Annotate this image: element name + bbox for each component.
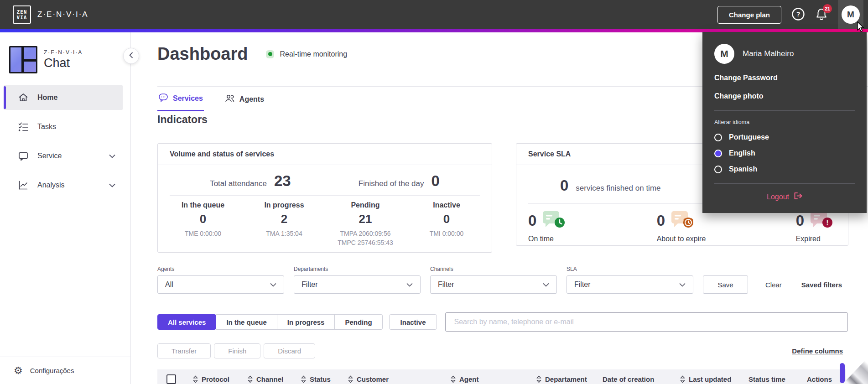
save-filter-button[interactable]: Save <box>703 275 748 294</box>
chevron-down-icon <box>109 152 115 160</box>
column-agent[interactable]: Agent <box>451 375 536 383</box>
corner-fold-accent <box>840 363 845 383</box>
menu-divider <box>714 183 855 184</box>
status-tab-in-progress[interactable]: In progress <box>277 314 335 330</box>
tab-agents[interactable]: Agents <box>223 90 265 111</box>
stat-inactive: Inactive 0 TMI 0:00:00 <box>406 201 487 247</box>
radio-unchecked-icon[interactable] <box>714 134 722 141</box>
change-photo-item[interactable]: Change photo <box>714 92 855 100</box>
sla-summary-label: services finished on time <box>576 184 660 193</box>
channels-filter-label: Channels <box>430 266 557 272</box>
column-departament[interactable]: Departament <box>536 375 603 383</box>
transfer-button[interactable]: Transfer <box>157 343 211 358</box>
sort-icon[interactable] <box>193 375 198 383</box>
radio-unchecked-icon[interactable] <box>714 166 722 173</box>
chat-logo: Z·E·N·V·I·A Chat <box>9 46 130 73</box>
status-tab-all-services[interactable]: All services <box>157 314 216 330</box>
sort-icon[interactable] <box>536 375 541 383</box>
sort-icon[interactable] <box>301 375 306 383</box>
sla-filter-label: SLA <box>567 266 693 272</box>
sidebar-item-label: Home <box>37 93 57 102</box>
sla-summary-value: 0 <box>560 177 568 194</box>
chat-bubble-icon <box>17 150 29 162</box>
finished-of-day-value: 0 <box>431 172 440 190</box>
saved-filters-link[interactable]: Saved filters <box>801 281 842 289</box>
user-profile-row: M Maria Malheiro <box>714 44 855 64</box>
departaments-filter-select[interactable]: Filter <box>294 275 421 294</box>
define-columns-link[interactable]: Define columns <box>792 347 843 355</box>
sidebar-item-label: Analysis <box>37 181 65 189</box>
user-name: Maria Malheiro <box>743 49 794 58</box>
sla-filter-select[interactable]: Filter <box>567 275 693 294</box>
column-channel[interactable]: Channel <box>248 375 301 383</box>
indicators-heading: Indicators <box>157 114 208 126</box>
language-option-english[interactable]: English <box>714 149 855 157</box>
agents-people-icon <box>224 93 235 105</box>
stat-expired: 0 ! Expired <box>796 210 834 243</box>
tasks-icon <box>17 121 29 133</box>
menu-divider <box>714 110 855 111</box>
sort-icon[interactable] <box>451 375 456 383</box>
column-last-updated[interactable]: Last updated <box>680 375 748 383</box>
column-date-of-creation[interactable]: Date of creation <box>603 375 680 383</box>
search-input[interactable] <box>445 312 848 332</box>
channels-filter-select[interactable]: Filter <box>430 275 557 294</box>
help-button[interactable]: ? <box>791 7 805 22</box>
agents-filter-select[interactable]: All <box>157 275 284 294</box>
sort-icon[interactable] <box>680 375 685 383</box>
sidebar-item-settings[interactable]: ⚙ Configurações <box>0 357 130 384</box>
realtime-status-label: Real-time monitoring <box>280 50 347 58</box>
sort-icon[interactable] <box>248 375 253 383</box>
services-toolbar: All services In the queue In progress Pe… <box>157 312 848 332</box>
discard-button[interactable]: Discard <box>264 343 315 358</box>
page-corner-fold[interactable] <box>840 358 868 384</box>
stat-pending: Pending 21 TMPA 2060:09:56TMPC 25746:55:… <box>325 201 406 247</box>
status-filter-group: All services In the queue In progress Pe… <box>157 314 383 330</box>
expire-alarm-icon <box>670 210 695 231</box>
ontime-clock-icon <box>541 210 567 231</box>
analysis-chart-icon <box>17 179 29 191</box>
services-chat-icon <box>158 93 168 104</box>
tab-services[interactable]: Services <box>157 90 204 111</box>
stat-in-progress: In progress 2 TMA 1:35:04 <box>244 201 325 247</box>
help-icon: ? <box>791 7 805 22</box>
logout-icon <box>794 192 802 202</box>
language-option-portuguese[interactable]: Portuguese <box>714 133 855 141</box>
status-tab-pending[interactable]: Pending <box>335 314 382 330</box>
stat-about-to-expire: 0 About to expire <box>657 210 706 243</box>
sidebar-item-tasks[interactable]: Tasks <box>4 114 123 139</box>
finished-of-day-label: Finished of the day <box>359 179 424 188</box>
radio-checked-icon[interactable] <box>714 150 722 157</box>
column-protocol[interactable]: Protocol <box>193 375 248 383</box>
clear-filters-link[interactable]: Clear <box>765 281 782 289</box>
home-icon <box>17 92 29 104</box>
sidebar-item-analysis[interactable]: Analysis <box>4 173 123 197</box>
user-avatar-button[interactable]: M <box>838 0 863 29</box>
total-attendance-value: 23 <box>274 172 291 190</box>
collapse-sidebar-button[interactable] <box>123 48 139 64</box>
column-status-time: Status time <box>748 375 807 383</box>
finish-button[interactable]: Finish <box>214 343 260 358</box>
user-profile-menu: M Maria Malheiro Change Password Change … <box>702 32 867 213</box>
chevron-down-icon <box>406 280 413 289</box>
sort-icon[interactable] <box>348 375 353 383</box>
notifications-button[interactable]: 21 <box>815 7 828 22</box>
language-section-label: Alterar idioma <box>714 119 855 125</box>
chat-logo-icon <box>9 46 37 73</box>
status-tab-inactive[interactable]: Inactive <box>389 314 437 330</box>
column-status[interactable]: Status <box>301 375 348 383</box>
volume-status-card: Volume and status of services Total atte… <box>157 143 492 253</box>
services-table-header: Protocol Channel Status Customer Agent D… <box>157 369 846 384</box>
sidebar-item-service[interactable]: Service <box>4 144 123 168</box>
change-password-item[interactable]: Change Password <box>714 74 855 82</box>
select-all-checkbox[interactable] <box>166 374 176 384</box>
status-tab-in-the-queue[interactable]: In the queue <box>216 314 277 330</box>
avatar: M <box>714 44 734 64</box>
column-customer[interactable]: Customer <box>348 375 451 383</box>
active-indicator-bar <box>4 86 6 109</box>
change-plan-button[interactable]: Change plan <box>717 6 781 24</box>
language-option-spanish[interactable]: Spanish <box>714 165 855 173</box>
dashboard-tabs: Services Agents <box>157 90 265 111</box>
sidebar-item-home[interactable]: Home <box>4 85 123 110</box>
logout-button[interactable]: Logout <box>714 192 855 202</box>
